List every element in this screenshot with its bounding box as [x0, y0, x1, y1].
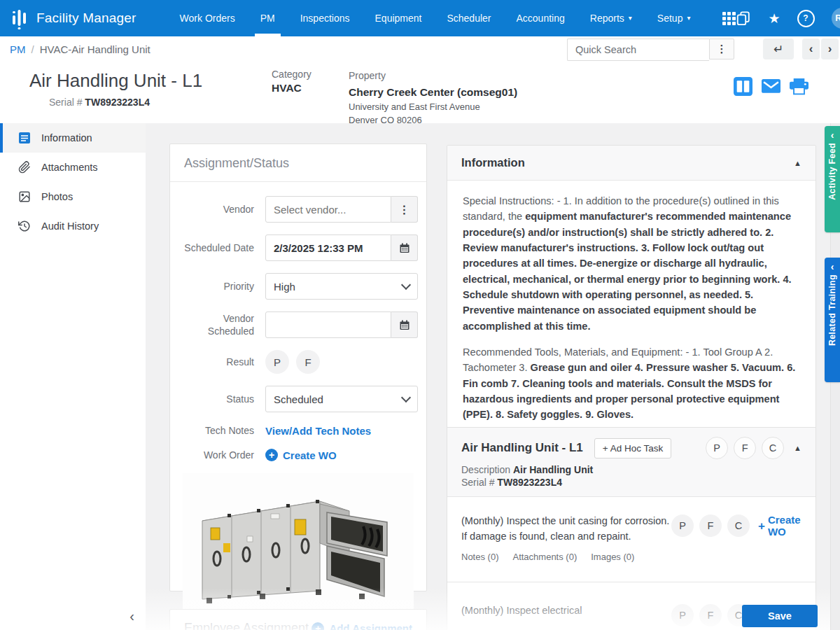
- create-wo-link[interactable]: Create WO: [283, 449, 337, 461]
- task-create-wo-link[interactable]: + Create WO: [758, 514, 802, 538]
- brand-logo-icon: [11, 6, 29, 30]
- description-value: Air Handling Unit: [513, 464, 593, 475]
- task-row: (Monthly) Inspect the unit casing for co…: [447, 497, 816, 582]
- chevron-left-icon: ‹: [831, 262, 834, 272]
- result-label: Result: [176, 356, 265, 368]
- pass-all-button[interactable]: P: [706, 437, 728, 459]
- main-content: Assignment/Status Vendor ⋮ Scheduled Dat…: [146, 123, 840, 630]
- related-training-tab[interactable]: ‹ Related Training: [825, 258, 840, 382]
- result-fail-button[interactable]: F: [296, 350, 320, 374]
- task-text-block: (Monthly) Inspect electrical: [461, 603, 671, 619]
- page-title: Air Handling Unit - L1: [29, 70, 202, 92]
- add-assignment-link[interactable]: Add Assignment: [329, 622, 412, 630]
- sidebar-item-information[interactable]: Information: [0, 123, 146, 153]
- avatar: RG: [832, 8, 840, 29]
- print-icon[interactable]: [790, 78, 808, 95]
- email-icon[interactable]: [762, 79, 780, 94]
- equipment-photo: [183, 473, 414, 622]
- sidebar-collapse-icon[interactable]: ‹: [130, 608, 134, 624]
- vendor-label: Vendor: [176, 203, 265, 216]
- category-block: Category HVAC: [272, 69, 312, 94]
- task-text: (Monthly) Inspect electrical: [461, 605, 582, 616]
- nav-accounting[interactable]: Accounting: [504, 0, 578, 36]
- sidebar-item-label: Attachments: [41, 162, 98, 173]
- task-pfc-group: P F C: [671, 514, 750, 537]
- brand[interactable]: Facility Manager: [11, 6, 136, 30]
- tech-notes-link[interactable]: View/Add Tech Notes: [265, 425, 371, 437]
- assignment-card-title: Assignment/Status: [170, 144, 426, 182]
- priority-value: High: [274, 281, 295, 293]
- sidebar-item-audit-history[interactable]: Audit History: [0, 211, 146, 241]
- collapse-caret-icon[interactable]: ▲: [794, 159, 802, 167]
- scheduled-date-input[interactable]: [265, 234, 391, 261]
- vendor-options-icon[interactable]: ⋮: [391, 196, 418, 223]
- nav-setup[interactable]: Setup ▾: [645, 0, 704, 36]
- vendor-scheduled-label: Vendor Scheduled: [176, 312, 265, 337]
- activity-feed-tab[interactable]: ‹ Activity Feed: [825, 126, 840, 232]
- app-grid-icon[interactable]: [722, 12, 736, 25]
- calendar-icon[interactable]: [391, 312, 418, 338]
- employee-assignment-card: Employee Assignment + Add Assignment: [169, 609, 427, 630]
- vendor-scheduled-input[interactable]: [265, 312, 391, 338]
- nav-inspections[interactable]: Inspections: [288, 0, 363, 36]
- property-address-line1: University and East First Avenue: [349, 101, 517, 114]
- collapse-caret-icon[interactable]: ▲: [794, 444, 802, 452]
- fail-button[interactable]: F: [699, 604, 722, 626]
- return-button[interactable]: ↵: [763, 38, 794, 59]
- nav-pm[interactable]: PM: [248, 0, 288, 36]
- priority-label: Priority: [176, 280, 265, 293]
- nav-setup-label: Setup: [657, 13, 683, 24]
- fail-all-button[interactable]: F: [734, 437, 756, 459]
- nav-equipment[interactable]: Equipment: [363, 0, 435, 36]
- property-block: Property Cherry Creek Center (comseg01) …: [349, 69, 517, 127]
- activity-feed-label: Activity Feed: [827, 143, 837, 200]
- quick-search-input[interactable]: [567, 38, 709, 61]
- top-navbar: Facility Manager Work Orders PM Inspecti…: [0, 0, 840, 36]
- sidebar-item-label: Audit History: [41, 220, 99, 232]
- ad-hoc-task-button[interactable]: + Ad Hoc Task: [594, 438, 671, 458]
- favorites-star-icon[interactable]: ★: [768, 12, 780, 25]
- serial-label: Serial #: [49, 97, 82, 108]
- task-images-count[interactable]: Images (0): [591, 550, 634, 564]
- pages-icon[interactable]: [736, 10, 751, 26]
- complete-all-button[interactable]: C: [762, 437, 784, 459]
- task-notes-count[interactable]: Notes (0): [461, 550, 498, 564]
- nav-reports[interactable]: Reports ▾: [578, 0, 645, 36]
- plus-circle-icon: +: [312, 622, 324, 630]
- layout-columns-icon[interactable]: [734, 77, 752, 96]
- sidebar-item-attachments[interactable]: Attachments: [0, 153, 146, 182]
- save-button[interactable]: Save: [742, 605, 818, 627]
- chevron-down-icon: [401, 393, 411, 402]
- vendor-input[interactable]: [265, 196, 391, 223]
- search-options-icon[interactable]: ⋮: [709, 38, 734, 59]
- breadcrumb-pm-link[interactable]: PM: [10, 43, 26, 55]
- previous-record-button[interactable]: ‹: [802, 38, 820, 59]
- property-label: Property: [349, 69, 517, 83]
- task-card-title: Air Handling Unit - L1: [461, 441, 583, 455]
- pass-button[interactable]: P: [671, 514, 694, 537]
- paperclip-icon: [18, 161, 31, 174]
- breadcrumb-separator: /: [31, 43, 34, 55]
- complete-button[interactable]: C: [727, 514, 750, 537]
- calendar-icon[interactable]: [391, 234, 418, 261]
- help-icon[interactable]: ?: [797, 10, 815, 27]
- fail-button[interactable]: F: [699, 514, 722, 537]
- task-attachments-count[interactable]: Attachments (0): [512, 550, 577, 564]
- next-record-button[interactable]: ›: [821, 38, 839, 59]
- user-menu[interactable]: RG ▾: [832, 8, 840, 29]
- result-pass-button[interactable]: P: [265, 350, 289, 374]
- nav-work-orders[interactable]: Work Orders: [167, 0, 248, 36]
- form-list-icon: [18, 132, 31, 144]
- info-paragraph: Special Instructions: - 1. In addition t…: [463, 193, 800, 334]
- history-icon: [18, 220, 31, 232]
- create-wo-label: Create WO: [768, 514, 802, 538]
- status-select[interactable]: Scheduled: [265, 386, 418, 412]
- sidebar-item-label: Information: [41, 132, 92, 144]
- employee-assignment-title: Employee Assignment: [184, 621, 309, 630]
- info-paragraph: Recommended Tools, Materials, and Equipm…: [463, 344, 800, 423]
- facility-manager-app: Facility Manager Work Orders PM Inspecti…: [0, 0, 840, 630]
- priority-select[interactable]: High: [265, 273, 418, 300]
- pass-button[interactable]: P: [671, 604, 694, 626]
- sidebar-item-photos[interactable]: Photos: [0, 182, 146, 211]
- nav-scheduler[interactable]: Scheduler: [434, 0, 503, 36]
